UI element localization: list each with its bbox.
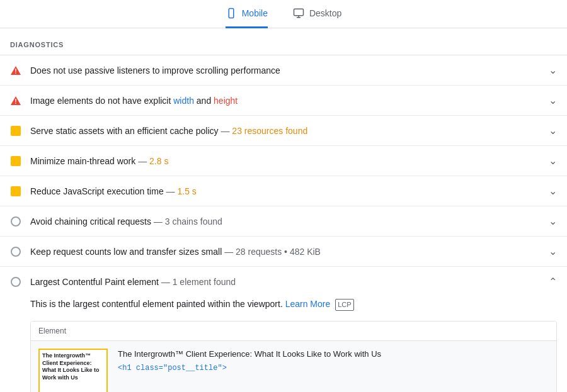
diag-text-js-execution: Reduce JavaScript execution time — 1.5 s: [30, 186, 541, 196]
diag-text-image-dimensions: Image elements do not have explicit widt…: [30, 96, 541, 106]
info-icon-7: [10, 246, 21, 257]
diag-value-cache: 23 resources found: [232, 126, 307, 136]
warning-icon-3: [10, 125, 21, 137]
chevron-icon-7: ⌄: [549, 245, 557, 257]
chevron-icon-3: ⌄: [549, 125, 557, 137]
chevron-icon-4: ⌄: [549, 155, 557, 167]
lcp-expanded-content: This is the largest contentful element p…: [10, 288, 557, 392]
element-info: The Intergrowth™ Client Experience: What…: [118, 349, 549, 372]
diag-value-thread: 2.8 s: [149, 156, 168, 166]
diagnostics-section: Diagnostics ! Does not use passive liste…: [0, 41, 567, 392]
mobile-icon: [226, 8, 237, 19]
lcp-description: This is the largest contentful element p…: [30, 298, 557, 311]
diag-item-lcp: Largest Contentful Paint element — 1 ele…: [0, 267, 567, 392]
error-icon-2: !: [10, 95, 21, 106]
svg-text:!: !: [14, 98, 16, 105]
diagnostics-list: ! Does not use passive listeners to impr…: [0, 55, 567, 392]
element-code: <h1 class="post__title">: [118, 364, 549, 372]
diag-text-lcp: Largest Contentful Paint element — 1 ele…: [30, 277, 541, 287]
element-thumbnail: The Intergrowth™ Client Experience: What…: [38, 349, 108, 392]
diag-item-request-counts[interactable]: Keep request counts low and transfer siz…: [0, 237, 567, 267]
diag-detail-lcp: —: [161, 277, 173, 287]
svg-rect-2: [294, 9, 303, 16]
element-table-row: The Intergrowth™ Client Experience: What…: [31, 341, 556, 392]
diag-item-lcp-header[interactable]: Largest Contentful Paint element — 1 ele…: [10, 276, 557, 288]
info-icon-6: [10, 216, 21, 227]
diag-detail-cache: —: [220, 126, 232, 136]
chevron-icon-2: ⌄: [549, 94, 557, 106]
tab-desktop[interactable]: Desktop: [293, 8, 341, 28]
section-label: Diagnostics: [0, 41, 567, 55]
diag-text-passive-listeners: Does not use passive listeners to improv…: [30, 65, 541, 76]
desktop-icon: [293, 8, 304, 19]
chevron-icon-6: ⌄: [549, 215, 557, 227]
tab-mobile[interactable]: Mobile: [226, 8, 268, 28]
element-table-header: Element: [31, 322, 556, 341]
diag-value-lcp: 1 element found: [173, 277, 236, 287]
thumbnail-text: The Intergrowth™ Client Experience: What…: [40, 350, 106, 392]
learn-more-link[interactable]: Learn More: [285, 299, 333, 309]
svg-text:!: !: [14, 68, 16, 75]
diag-item-passive-listeners[interactable]: ! Does not use passive listeners to impr…: [0, 55, 567, 86]
diag-detail-requests: — 28 requests • 482 KiB: [224, 247, 321, 257]
height-link: height: [214, 96, 238, 106]
element-table: Element The Intergrowth™ Client Experien…: [30, 321, 557, 392]
tab-mobile-label: Mobile: [242, 8, 268, 18]
diag-detail-js: —: [166, 186, 178, 196]
diag-item-cache-policy[interactable]: Serve static assets with an efficient ca…: [0, 116, 567, 146]
warning-icon-4: [10, 155, 21, 167]
diag-item-main-thread[interactable]: Minimize main-thread work — 2.8 s ⌄: [0, 146, 567, 176]
info-icon-lcp: [10, 276, 21, 288]
tab-bar: Mobile Desktop: [0, 0, 567, 28]
error-icon-1: !: [10, 65, 21, 76]
element-title: The Intergrowth™ Client Experience: What…: [118, 349, 549, 360]
chevron-icon-1: ⌄: [549, 64, 557, 76]
diag-detail-critical: — 3 chains found: [154, 216, 222, 227]
diag-item-critical-requests[interactable]: Avoid chaining critical requests — 3 cha…: [0, 206, 567, 237]
width-link: width: [173, 96, 194, 106]
diag-text-critical-requests: Avoid chaining critical requests — 3 cha…: [30, 216, 541, 227]
diag-value-js: 1.5 s: [177, 186, 196, 196]
diag-item-js-execution[interactable]: Reduce JavaScript execution time — 1.5 s…: [0, 176, 567, 206]
chevron-icon-lcp: ⌃: [549, 276, 557, 288]
diag-detail-thread: —: [138, 156, 149, 166]
tab-desktop-label: Desktop: [309, 8, 341, 18]
chevron-icon-5: ⌄: [549, 185, 557, 197]
svg-rect-0: [229, 9, 234, 18]
lcp-badge: LCP: [335, 299, 353, 311]
diag-text-main-thread: Minimize main-thread work — 2.8 s: [30, 156, 541, 166]
diag-item-image-dimensions[interactable]: ! Image elements do not have explicit wi…: [0, 86, 567, 116]
warning-icon-5: [10, 186, 21, 197]
diag-text-cache-policy: Serve static assets with an efficient ca…: [30, 126, 541, 136]
diag-text-request-counts: Keep request counts low and transfer siz…: [30, 247, 541, 257]
